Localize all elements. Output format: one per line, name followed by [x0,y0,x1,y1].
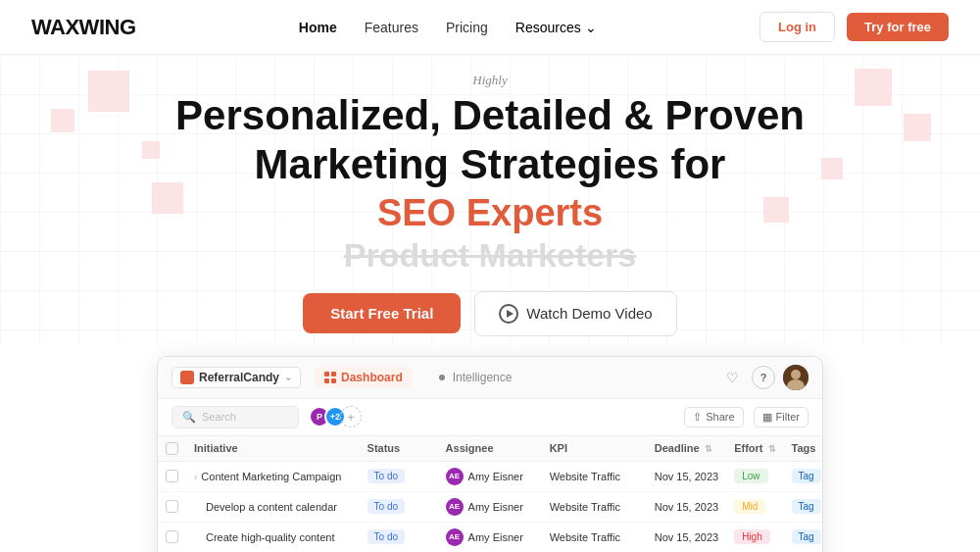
deadline-value: Nov 15, 2023 [655,471,718,482]
svg-point-6 [791,370,801,379]
brand-selector[interactable]: ReferralCandy ⌄ [172,367,301,388]
row-checkbox-cell [158,522,186,552]
row-checkbox[interactable] [166,500,178,513]
search-icon: 🔍 [182,411,196,424]
row-status-cell: To do [360,461,438,491]
col-tags[interactable]: Tags [784,436,823,462]
row-assignee-cell: AE Amy Eisner [438,491,542,522]
status-badge[interactable]: To do [368,469,405,483]
row-status-cell: To do [360,491,438,522]
play-icon [499,304,518,324]
select-all-checkbox[interactable] [166,442,178,455]
col-effort[interactable]: Effort ⇅ [726,436,783,462]
tab-intelligence[interactable]: Intelligence [426,367,522,388]
filter-icon: ▦ [762,411,772,424]
notification-button[interactable]: ♡ [720,366,744,389]
kpi-value: Website Traffic [550,471,620,482]
row-deadline-cell: Nov 15, 2023 [647,461,726,491]
logo: WAXWING [31,15,136,40]
avatar-group: P +2 + [309,406,362,427]
status-badge[interactable]: To do [368,529,405,544]
hero-tag: Highly [20,73,960,88]
nav-right: Log in Try for free [760,12,949,42]
nav-pricing[interactable]: Pricing [446,20,488,35]
expand-icon[interactable]: › [194,472,197,482]
table-body: ›Content Marketing Campaign To do AE Amy… [158,461,823,552]
login-button[interactable]: Log in [760,12,835,42]
share-button[interactable]: ⇧ Share [684,407,743,427]
grid-icon [324,372,336,383]
table-row: Create high-quality content To do AE Amy… [158,522,823,552]
sparkle-icon [436,372,448,383]
effort-badge: Low [734,469,767,483]
row-status-cell: To do [360,522,438,552]
tag-badge[interactable]: Tag [792,499,821,514]
svg-rect-3 [331,378,336,383]
row-initiative-cell: Create high-quality content [186,522,360,552]
row-checkbox-cell [158,491,186,522]
row-tag-cell: Tag [784,522,823,552]
svg-point-4 [439,375,445,380]
initiatives-table: Initiative Status Assignee KPI Deadline … [158,436,823,552]
dashboard-preview: ReferralCandy ⌄ Dashboard Intelligence ♡… [157,356,823,552]
nav-home[interactable]: Home [299,20,337,35]
hero-subtitle-strikethrough: Product Marketers [20,235,960,276]
row-tag-cell: Tag [784,461,823,491]
hero-content: Highly Personalized, Detailed & Proven M… [20,73,960,336]
row-initiative-cell: ›Content Marketing Campaign [186,461,360,491]
table-row: Develop a content calendar To do AE Amy … [158,491,823,522]
row-checkbox[interactable] [166,530,178,543]
start-trial-button[interactable]: Start Free Trial [303,293,461,333]
hero-buttons: Start Free Trial Watch Demo Video [20,291,960,336]
toolbar-left: ReferralCandy ⌄ Dashboard Intelligence [172,367,521,388]
effort-badge: High [734,529,770,544]
row-deadline-cell: Nov 15, 2023 [647,491,726,522]
effort-badge: Mid [734,499,765,514]
nav-features[interactable]: Features [365,20,418,35]
row-tag-cell: Tag [784,491,823,522]
assignee-name: Amy Eisner [468,501,523,513]
user-avatar[interactable] [783,365,808,390]
nav-links: Home Features Pricing Resources ⌄ [299,20,597,35]
initiative-name: Create high-quality content [206,531,334,543]
col-initiative[interactable]: Initiative [186,436,360,462]
svg-rect-0 [324,372,329,376]
filter-button[interactable]: ▦ Filter [754,407,808,427]
tag-badge[interactable]: Tag [792,529,821,544]
toolbar-right: ♡ ? [720,365,808,390]
deadline-value: Nov 15, 2023 [655,531,718,543]
brand-icon [180,371,194,384]
row-checkbox-cell [158,461,186,491]
search-box[interactable]: 🔍 Search [172,406,299,428]
help-button[interactable]: ? [752,366,775,389]
row-deadline-cell: Nov 15, 2023 [647,522,726,552]
tab-dashboard[interactable]: Dashboard [315,367,413,388]
kpi-value: Website Traffic [550,531,620,543]
col-deadline[interactable]: Deadline ⇅ [647,436,726,462]
col-assignee[interactable]: Assignee [438,436,542,462]
search-left: 🔍 Search P +2 + [172,406,362,428]
col-status[interactable]: Status [360,436,438,462]
hero-title-line1: Personalized, Detailed & Proven [20,92,960,139]
status-badge[interactable]: To do [368,499,405,514]
col-checkbox [158,436,186,462]
tag-badge[interactable]: Tag [792,469,821,483]
watch-demo-button[interactable]: Watch Demo Video [474,291,676,336]
assignee-avatar: AE [446,498,464,516]
table-row: ›Content Marketing Campaign To do AE Amy… [158,461,823,491]
share-icon: ⇧ [693,411,702,424]
row-kpi-cell: Website Traffic [542,491,647,522]
table-header-row: Initiative Status Assignee KPI Deadline … [158,436,823,462]
hero-section: Highly Personalized, Detailed & Proven M… [0,55,980,346]
row-checkbox[interactable] [166,470,178,482]
assignee-name: Amy Eisner [468,471,523,482]
assignee-avatar: AE [446,468,464,485]
sort-icon-effort: ⇅ [768,444,776,454]
nav-resources[interactable]: Resources ⌄ [515,20,597,35]
try-button[interactable]: Try for free [847,13,949,41]
col-kpi[interactable]: KPI [542,436,647,462]
row-kpi-cell: Website Traffic [542,461,647,491]
add-member-button[interactable]: + [340,406,362,427]
avatar-image [783,365,808,390]
search-row: 🔍 Search P +2 + ⇧ Share ▦ Filter [158,399,822,436]
